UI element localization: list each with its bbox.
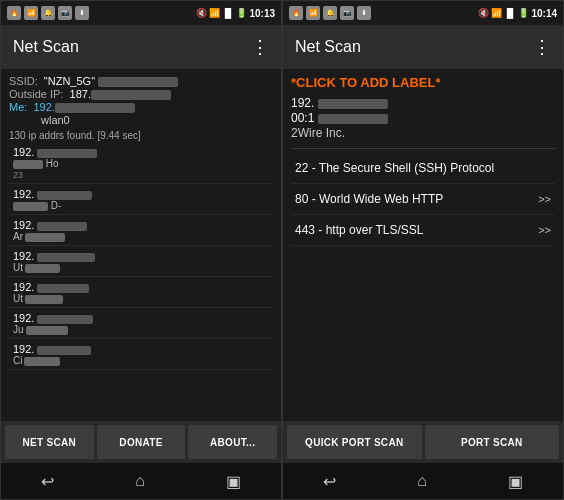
list-item[interactable]: 192. D-	[9, 185, 273, 215]
device-vendor: 2Wire Inc.	[291, 126, 555, 140]
app-title-left: Net Scan	[13, 38, 79, 56]
scan-result: 130 ip addrs found. [9.44 sec]	[9, 130, 273, 141]
outside-ip-label: Outside IP:	[9, 88, 63, 100]
time-left: 10:13	[249, 8, 275, 19]
me-ip: 192.	[30, 101, 134, 113]
volume-icon-r: 🔇	[478, 8, 489, 18]
menu-button-right[interactable]: ⋮	[533, 36, 551, 58]
status-bar-right: 🔥 📶 🔔 📷 ⬇ 🔇 📶 ▐▌ 🔋 10:14	[283, 1, 563, 25]
port-scan-button[interactable]: PORT SCAN	[425, 425, 560, 459]
bottom-bar-right: QUICK PORT SCAN PORT SCAN	[283, 421, 563, 463]
port-item-80[interactable]: 80 - World Wide Web HTTP >>	[291, 184, 555, 215]
device-detail-info: 192. 00:1 2Wire Inc.	[291, 96, 555, 140]
nav-bar-left: ↩ ⌂ ▣	[1, 463, 281, 499]
app-icon-1: 🔥	[7, 6, 21, 20]
status-right-left: 🔇 📶 ▐▌ 🔋 10:13	[196, 8, 275, 19]
recents-nav-right[interactable]: ▣	[508, 472, 523, 491]
left-screen: 🔥 📶 🔔 📷 ⬇ 🔇 📶 ▐▌ 🔋 10:13 Net Scan ⋮ SSID…	[0, 0, 282, 500]
nav-bar-right: ↩ ⌂ ▣	[283, 463, 563, 499]
app-icon-r2: 📶	[306, 6, 320, 20]
divider-1	[291, 148, 555, 149]
outside-ip-value: 187.	[66, 88, 170, 100]
device-mac-right: 00:1	[291, 111, 555, 125]
app-icon-r5: ⬇	[357, 6, 371, 20]
bottom-bar-left: NET SCAN DONATE ABOUT...	[1, 421, 281, 463]
app-icon-3: 🔔	[41, 6, 55, 20]
battery-icon-r: 🔋	[518, 8, 529, 18]
status-right-right: 🔇 📶 ▐▌ 🔋 10:14	[478, 8, 557, 19]
ssid-value: "NZN_5G"	[41, 75, 178, 87]
device-ip: 192.	[13, 219, 269, 231]
click-to-add-label[interactable]: *CLICK TO ADD LABEL*	[291, 75, 555, 90]
device-ip: 192.	[13, 188, 269, 200]
app-icon-5: ⬇	[75, 6, 89, 20]
battery-icon: 🔋	[236, 8, 247, 18]
recents-nav-left[interactable]: ▣	[226, 472, 241, 491]
me-label: Me:	[9, 101, 27, 113]
iface-value: wlan0	[9, 114, 70, 126]
signal-icon-r: ▐▌	[504, 8, 517, 18]
about-button[interactable]: ABOUT...	[188, 425, 277, 459]
content-left: SSID: "NZN_5G" Outside IP: 187. Me: 192.…	[1, 69, 281, 421]
back-nav-left[interactable]: ↩	[41, 472, 54, 491]
port-item-22[interactable]: 22 - The Secure Shell (SSH) Protocol	[291, 153, 555, 184]
menu-button-left[interactable]: ⋮	[251, 36, 269, 58]
status-bar-left: 🔥 📶 🔔 📷 ⬇ 🔇 📶 ▐▌ 🔋 10:13	[1, 1, 281, 25]
list-item[interactable]: 192. Ut	[9, 278, 273, 308]
list-item[interactable]: 192. Ho23	[9, 143, 273, 184]
app-icon-r4: 📷	[340, 6, 354, 20]
list-item[interactable]: 192. Ju	[9, 309, 273, 339]
port-80-label: 80 - World Wide Web HTTP	[295, 192, 443, 206]
app-icon-4: 📷	[58, 6, 72, 20]
app-bar-left: Net Scan ⋮	[1, 25, 281, 69]
app-bar-right: Net Scan ⋮	[283, 25, 563, 69]
app-icon-r3: 🔔	[323, 6, 337, 20]
app-icon-r1: 🔥	[289, 6, 303, 20]
list-item[interactable]: 192. Ar	[9, 216, 273, 246]
wifi-icon: 📶	[209, 8, 220, 18]
list-item[interactable]: 192. Ut	[9, 247, 273, 277]
device-ip: 192.	[13, 250, 269, 262]
signal-icon: ▐▌	[222, 8, 235, 18]
back-nav-right[interactable]: ↩	[323, 472, 336, 491]
home-nav-left[interactable]: ⌂	[135, 472, 145, 490]
home-nav-right[interactable]: ⌂	[417, 472, 427, 490]
volume-icon: 🔇	[196, 8, 207, 18]
device-list: 192. Ho23 192. D- 192. Ar 192. Ut 192.	[9, 143, 273, 370]
me-row: Me: 192.	[9, 101, 273, 113]
app-icon-2: 📶	[24, 6, 38, 20]
time-right: 10:14	[531, 8, 557, 19]
port-22-label: 22 - The Secure Shell (SSH) Protocol	[295, 161, 494, 175]
outside-ip-row: Outside IP: 187.	[9, 88, 273, 100]
status-icons-left: 🔥 📶 🔔 📷 ⬇	[7, 6, 89, 20]
device-ip: 192.	[13, 312, 269, 324]
net-scan-button[interactable]: NET SCAN	[5, 425, 94, 459]
ssid-label: SSID:	[9, 75, 38, 87]
device-ip: 192.	[13, 146, 269, 158]
device-ip: 192.	[13, 281, 269, 293]
quick-port-scan-button[interactable]: QUICK PORT SCAN	[287, 425, 422, 459]
ssid-row: SSID: "NZN_5G"	[9, 75, 273, 87]
port-443-label: 443 - http over TLS/SSL	[295, 223, 424, 237]
list-item[interactable]: 192. Ci	[9, 340, 273, 370]
port-item-443[interactable]: 443 - http over TLS/SSL >>	[291, 215, 555, 246]
donate-button[interactable]: DONATE	[97, 425, 186, 459]
status-icons-right: 🔥 📶 🔔 📷 ⬇	[289, 6, 371, 20]
wifi-icon-r: 📶	[491, 8, 502, 18]
device-ip-right: 192.	[291, 96, 555, 110]
device-ip: 192.	[13, 343, 269, 355]
port-80-arrow: >>	[538, 193, 551, 205]
content-right: *CLICK TO ADD LABEL* 192. 00:1 2Wire Inc…	[283, 69, 563, 421]
iface-row: wlan0	[9, 114, 273, 126]
app-title-right: Net Scan	[295, 38, 361, 56]
right-screen: 🔥 📶 🔔 📷 ⬇ 🔇 📶 ▐▌ 🔋 10:14 Net Scan ⋮ *CLI…	[282, 0, 564, 500]
port-443-arrow: >>	[538, 224, 551, 236]
